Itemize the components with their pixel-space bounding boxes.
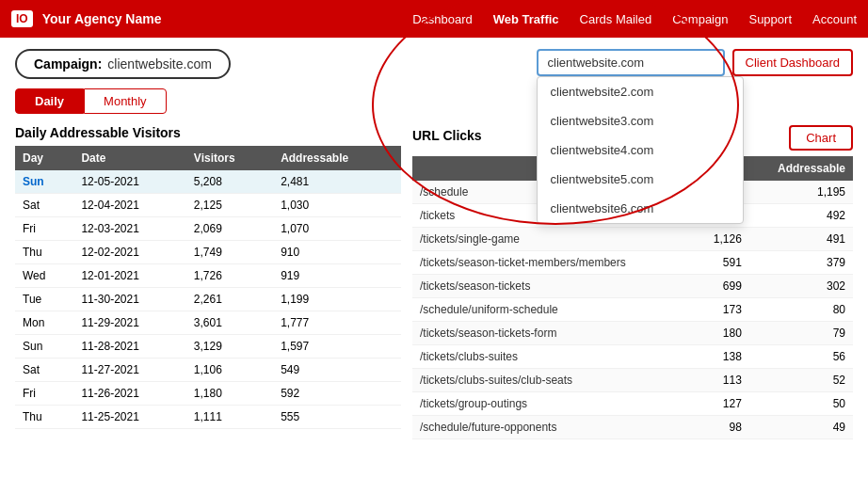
dropdown-item-1[interactable]: clientwebsite2.com <box>538 77 743 106</box>
table-cell: 1,726 <box>186 264 273 288</box>
table-cell: 56 <box>749 345 853 369</box>
table-cell: Sun <box>15 170 73 194</box>
table-cell: 113 <box>689 369 749 392</box>
table-cell: 2,261 <box>186 288 273 311</box>
table-row: /tickets/season-ticket-members/members59… <box>412 251 853 275</box>
nav-support[interactable]: Support <box>748 12 792 26</box>
table-cell: 173 <box>689 298 749 322</box>
table-cell: 12-02-2021 <box>73 241 185 264</box>
visitors-table: Day Date Visitors Addressable Sun12-05-2… <box>15 146 401 429</box>
table-cell: Tue <box>15 288 73 311</box>
website-dropdown-input[interactable] <box>537 49 725 76</box>
table-cell: Sun <box>15 335 73 358</box>
table-cell: Sat <box>15 194 73 217</box>
dropdown-item-4[interactable]: clientwebsite5.com <box>538 165 743 194</box>
dropdown-container: clientwebsite2.com clientwebsite3.com cl… <box>537 49 725 76</box>
table-cell: 492 <box>749 204 853 228</box>
table-cell: Sat <box>15 358 73 382</box>
table-cell: 11-27-2021 <box>73 358 185 382</box>
nav-campaign[interactable]: Campaign <box>672 12 728 26</box>
table-cell: 910 <box>273 241 401 264</box>
logo: IO <box>11 10 33 27</box>
table-cell: /tickets/season-ticket-members/members <box>412 251 689 275</box>
table-cell: /tickets/season-tickets-form <box>412 322 689 345</box>
left-section: Daily Addressable Visitors Day Date Visi… <box>15 125 401 439</box>
campaign-label: Campaign: <box>34 56 102 72</box>
right-table-title: URL Clicks <box>412 128 482 143</box>
table-cell: 12-03-2021 <box>73 217 185 241</box>
daily-toggle[interactable]: Daily <box>15 88 84 114</box>
dropdown-item-5[interactable]: clientwebsite6.com <box>538 194 743 223</box>
table-row: /tickets/clubs-suites13856 <box>412 345 853 369</box>
table-cell: 549 <box>273 358 401 382</box>
table-cell: /tickets/single-game <box>412 228 689 251</box>
table-cell: /schedule/future-opponents <box>412 416 689 439</box>
table-row: /tickets/group-outings12750 <box>412 392 853 416</box>
table-cell: 11-25-2021 <box>73 406 185 429</box>
table-cell: 1,195 <box>749 181 853 204</box>
table-cell: /tickets/clubs-suites/club-seats <box>412 369 689 392</box>
nav-dashboard[interactable]: Dashboard <box>412 12 473 26</box>
table-row: /tickets/single-game1,126491 <box>412 228 853 251</box>
table-cell: 12-04-2021 <box>73 194 185 217</box>
table-cell: 1,597 <box>273 335 401 358</box>
campaign-section: Campaign: clientwebsite.com <box>15 49 231 79</box>
table-cell: 1,111 <box>186 406 273 429</box>
table-cell: /tickets/group-outings <box>412 392 689 416</box>
table-cell: 5,208 <box>186 170 273 194</box>
table-row: /schedule/uniform-schedule17380 <box>412 298 853 322</box>
nav-web-traffic[interactable]: Web Traffic <box>493 12 559 26</box>
table-cell: 11-29-2021 <box>73 311 185 335</box>
table-cell: Mon <box>15 311 73 335</box>
table-cell: Thu <box>15 241 73 264</box>
table-row: Sun11-28-20213,1291,597 <box>15 335 401 358</box>
table-cell: 127 <box>689 392 749 416</box>
table-cell: 3,129 <box>186 335 273 358</box>
campaign-value: clientwebsite.com <box>107 56 212 72</box>
dropdown-item-3[interactable]: clientwebsite4.com <box>538 135 743 165</box>
top-right: clientwebsite2.com clientwebsite3.com cl… <box>537 49 853 76</box>
table-cell: 379 <box>749 251 853 275</box>
col-visitors: Visitors <box>186 146 273 170</box>
table-cell: 592 <box>273 382 401 406</box>
table-cell: 49 <box>749 416 853 439</box>
campaign-box: Campaign: clientwebsite.com <box>15 49 231 79</box>
table-cell: 1,126 <box>689 228 749 251</box>
nav-links: Dashboard Web Traffic Cards Mailed Campa… <box>412 12 857 26</box>
client-dashboard-button[interactable]: Client Dashboard <box>732 49 853 76</box>
table-row: Sat12-04-20212,1251,030 <box>15 194 401 217</box>
table-cell: /tickets/season-tickets <box>412 275 689 298</box>
table-row: Thu11-25-20211,111555 <box>15 406 401 429</box>
col-addressable-right: Addressable <box>749 156 853 181</box>
table-cell: 180 <box>689 322 749 345</box>
table-cell: 138 <box>689 345 749 369</box>
table-cell: 12-05-2021 <box>73 170 185 194</box>
table-cell: 302 <box>749 275 853 298</box>
table-cell: 12-01-2021 <box>73 264 185 288</box>
table-cell: 2,069 <box>186 217 273 241</box>
table-cell: 2,481 <box>273 170 401 194</box>
table-row: Tue11-30-20212,2611,199 <box>15 288 401 311</box>
table-cell: 555 <box>273 406 401 429</box>
table-cell: 699 <box>689 275 749 298</box>
nav-cards-mailed[interactable]: Cards Mailed <box>580 12 652 26</box>
table-row: /schedule/future-opponents9849 <box>412 416 853 439</box>
table-cell: /schedule/uniform-schedule <box>412 298 689 322</box>
table-row: Mon11-29-20213,6011,777 <box>15 311 401 335</box>
table-cell: Fri <box>15 382 73 406</box>
table-cell: 1,777 <box>273 311 401 335</box>
table-row: /tickets/season-tickets699302 <box>412 275 853 298</box>
dropdown-item-2[interactable]: clientwebsite3.com <box>538 106 743 135</box>
table-cell: 2,125 <box>186 194 273 217</box>
nav-account[interactable]: Account <box>812 12 857 26</box>
table-cell: 591 <box>689 251 749 275</box>
table-cell: 79 <box>749 322 853 345</box>
table-cell: Thu <box>15 406 73 429</box>
table-cell: 80 <box>749 298 853 322</box>
monthly-toggle[interactable]: Monthly <box>84 88 167 114</box>
main-content: Campaign: clientwebsite.com clientwebsit… <box>0 38 868 478</box>
col-addressable: Addressable <box>273 146 401 170</box>
table-row: Sat11-27-20211,106549 <box>15 358 401 382</box>
table-cell: /tickets/clubs-suites <box>412 345 689 369</box>
chart-button[interactable]: Chart <box>789 125 853 151</box>
